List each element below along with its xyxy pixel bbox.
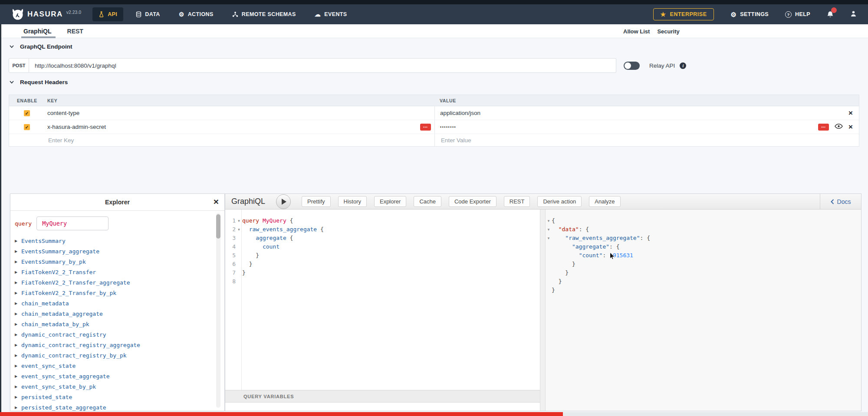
explorer-field-label: chain_metadata_aggregate <box>21 311 103 317</box>
editor-panes: 1▾query MyQuery {2▾ raw_events_aggregate… <box>225 210 861 411</box>
mouse-cursor <box>609 252 615 262</box>
docs-button[interactable]: Docs <box>820 194 861 209</box>
explorer-field-chain-metadata-aggregate[interactable]: ▶chain_metadata_aggregate <box>10 308 224 319</box>
toolbar-button-explorer[interactable]: Explorer <box>374 196 406 207</box>
explorer-field-eventssummary-aggregate[interactable]: ▶EventsSummary_aggregate <box>10 246 224 256</box>
close-icon[interactable]: × <box>214 196 219 207</box>
explorer-field-event-sync-state-by-pk[interactable]: ▶event_sync_state_by_pk <box>10 381 224 392</box>
explorer-field-persisted-state-aggregate[interactable]: ▶persisted_state_aggregate <box>10 402 224 411</box>
response-line: } <box>546 277 650 286</box>
explorer-field-fiattokenv2-2-transfer-by-pk[interactable]: ▶FiatTokenV2_2_Transfer_by_pk <box>10 288 224 298</box>
header-key-cell[interactable]: x-hasura-admin-secret••• <box>47 120 434 134</box>
explorer-field-fiattokenv2-2-transfer[interactable]: ▶FiatTokenV2_2_Transfer <box>10 267 224 277</box>
header-value-cell[interactable]: application/json× <box>434 106 859 120</box>
response-line: } <box>546 269 650 277</box>
triangle-right-icon: ▶ <box>15 281 21 285</box>
column-header-key: KEY <box>47 98 434 103</box>
header-enable-checkbox[interactable]: ✓ <box>24 124 30 130</box>
explorer-field-chain-metadata-by-pk[interactable]: ▶chain_metadata_by_pk <box>10 319 224 329</box>
toolbar-button-history[interactable]: History <box>338 196 367 207</box>
response-line: "count": 1915631 <box>546 251 650 260</box>
editor-scrollbar-strip[interactable] <box>540 210 546 411</box>
explorer-field-dynamic-contract-registry-by-pk[interactable]: ▶dynamic_contract_registry_by_pk <box>10 350 224 360</box>
header-enable-checkbox[interactable]: ✓ <box>24 110 30 116</box>
explorer-field-fiattokenv2-2-transfer-aggregate[interactable]: ▶FiatTokenV2_2_Transfer_aggregate <box>10 277 224 288</box>
query-editor-line: 3 aggregate { <box>225 234 324 242</box>
code-text: raw_events_aggregate { <box>242 225 324 234</box>
operation-type-label: query <box>15 220 32 227</box>
enterprise-button[interactable]: ★ ENTERPRISE <box>653 8 714 20</box>
graphql-endpoint-section-header[interactable]: GraphQL Endpoint <box>10 43 72 50</box>
brand-name: HASURA <box>27 10 63 19</box>
video-progress-track <box>0 412 868 416</box>
query-editor-line: 7} <box>225 269 324 277</box>
remove-header-icon[interactable]: × <box>848 123 853 131</box>
explorer-field-label: EventsSummary <box>21 238 66 244</box>
eye-icon[interactable] <box>835 124 843 130</box>
allow-list-link[interactable]: Allow List <box>623 28 650 35</box>
toolbar-button-derive-action[interactable]: Derive action <box>537 196 582 207</box>
security-link[interactable]: Security <box>657 28 679 35</box>
execute-query-button[interactable] <box>276 194 291 209</box>
notifications-button[interactable] <box>827 11 834 18</box>
settings-label: SETTINGS <box>740 11 769 17</box>
topnav-item-remote-schemas[interactable]: REMOTE SCHEMAS <box>226 7 302 21</box>
header-key-text: x-hasura-admin-secret <box>47 124 106 130</box>
response-text: } <box>552 286 555 295</box>
explorer-field-event-sync-state[interactable]: ▶event_sync_state <box>10 360 224 371</box>
query-variables-bar[interactable]: QUERY VARIABLES <box>225 390 540 403</box>
topnav-item-events[interactable]: ☁EVENTS <box>309 7 353 21</box>
tab-graphiql[interactable]: GraphiQL <box>23 24 52 38</box>
query-name-input[interactable] <box>36 216 108 230</box>
header-value-cell[interactable]: •••••••••••× <box>434 120 859 134</box>
topnav-item-actions[interactable]: ⚙ACTIONS <box>173 7 220 21</box>
explorer-field-persisted-state[interactable]: ▶persisted_state <box>10 392 224 402</box>
remove-header-icon[interactable]: × <box>848 109 853 117</box>
endpoint-url-input[interactable] <box>29 58 616 73</box>
code-text: count <box>242 242 279 251</box>
code-text: aggregate { <box>242 234 293 242</box>
code-text: } <box>242 260 252 269</box>
explorer-field-dynamic-contract-registry[interactable]: ▶dynamic_contract_registry <box>10 329 224 340</box>
help-button[interactable]: ? HELP <box>785 11 810 18</box>
topnav-right: ★ ENTERPRISE ⚙ SETTINGS ? HELP <box>653 8 857 20</box>
header-key-cell[interactable]: content-type <box>47 106 434 120</box>
masked-badge[interactable]: ••• <box>818 124 829 131</box>
user-menu-button[interactable] <box>850 10 857 19</box>
tab-rest[interactable]: REST <box>67 24 83 38</box>
toolbar-button-rest[interactable]: REST <box>504 196 530 207</box>
explorer-field-chain-metadata[interactable]: ▶chain_metadata <box>10 298 224 308</box>
toolbar-button-analyze[interactable]: Analyze <box>589 196 620 207</box>
explorer-field-eventssummary-by-pk[interactable]: ▶EventsSummary_by_pk <box>10 256 224 267</box>
masked-badge[interactable]: ••• <box>420 124 431 131</box>
info-icon[interactable]: i <box>680 62 686 69</box>
new-header-key-input[interactable] <box>47 137 417 144</box>
toolbar-button-code-exporter[interactable]: Code Exporter <box>449 196 496 207</box>
triangle-right-icon: ▶ <box>15 270 21 274</box>
triangle-right-icon: ▶ <box>15 385 21 389</box>
settings-button[interactable]: ⚙ SETTINGS <box>730 11 769 18</box>
explorer-scrollbar-thumb[interactable] <box>216 214 220 239</box>
subnav-tabs: GraphiQL REST <box>23 24 83 38</box>
relay-api-toggle[interactable] <box>624 62 640 70</box>
endpoint-row: POST <box>9 58 616 73</box>
explorer-field-eventssummary[interactable]: ▶EventsSummary <box>10 236 224 246</box>
new-header-value-input[interactable] <box>440 137 834 144</box>
topnav-item-api[interactable]: API <box>92 7 123 21</box>
topnav-item-label: REMOTE SCHEMAS <box>242 11 296 17</box>
toolbar-button-cache[interactable]: Cache <box>414 196 441 207</box>
query-editor-pane[interactable]: 1▾query MyQuery {2▾ raw_events_aggregate… <box>225 210 540 411</box>
triangle-right-icon: ▶ <box>15 333 21 337</box>
user-icon <box>850 10 857 17</box>
line-number: 6 <box>225 260 236 269</box>
explorer-field-event-sync-state-aggregate[interactable]: ▶event_sync_state_aggregate <box>10 371 224 381</box>
response-line: "aggregate": { <box>546 242 650 251</box>
fold-spacer <box>546 286 552 295</box>
response-text: "aggregate": { <box>552 242 620 251</box>
request-headers-section-header[interactable]: Request Headers <box>10 79 68 85</box>
toolbar-button-prettify[interactable]: Prettify <box>302 196 330 207</box>
fold-arrow-icon: ▾ <box>236 216 242 225</box>
topnav-item-data[interactable]: DATA <box>130 7 166 21</box>
explorer-field-dynamic-contract-registry-aggregate[interactable]: ▶dynamic_contract_registry_aggregate <box>10 340 224 350</box>
hasura-logo[interactable]: HASURA v2.23.0 <box>11 8 81 21</box>
